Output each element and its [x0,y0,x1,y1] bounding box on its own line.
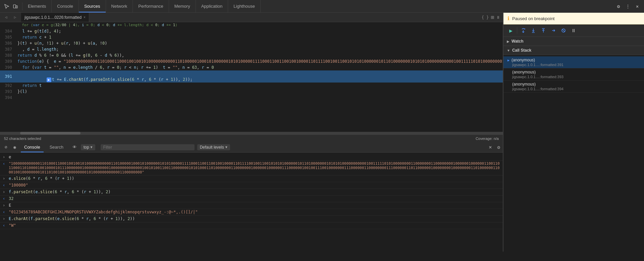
console-result-arrow3: ‹ [3,196,7,201]
call-stack-item-0[interactable]: ▶ (anonymous) jigsawpc.1.0.1....:formatt… [503,56,644,68]
more-options-icon[interactable]: ⋮ [624,2,632,10]
deactivate-breakpoints-button[interactable] [559,27,568,35]
console-tab-search[interactable]: Search [46,142,67,152]
top-dropdown-icon[interactable]: ▼ [91,145,93,149]
paused-text: Paused on breakpoint [512,16,554,21]
resume-button[interactable]: ▶ [507,27,515,35]
console-entry-charat-result[interactable]: ‹ "W" [0,222,503,229]
file-tab-jigsawpc[interactable]: jigsawpc.1.0.1....0226:formatted × [21,13,89,22]
call-stack-item-2[interactable]: (anonymous) jigsawpc.1.0.1....:formatted… [503,81,644,93]
file-tab-icons: ◁ ▷ [0,13,21,21]
coverage-status: Coverage: n/a [476,137,499,141]
console-entry-e-result[interactable]: ‹ "1000000000000110100011000100100101000… [0,161,503,175]
tab-sources[interactable]: Sources [79,0,106,12]
console-entry-charat[interactable]: › E.charAt(f.parseInt(e.slice(6 * r, 6 *… [0,216,503,222]
toolbar-right: ⚙ ⋮ × [612,2,644,10]
console-clear-icon[interactable]: ⊘ [3,144,9,151]
file-tab-close[interactable]: × [84,15,86,19]
call-stack-loc-2: jigsawpc.1.0.1....:formatted:394 [507,87,640,91]
console-filter-input[interactable] [101,144,195,150]
console-expand-charat[interactable]: › [3,216,7,221]
step-into-button[interactable] [529,27,537,35]
scrollbar-thumb[interactable] [20,132,80,135]
top-context: top [84,145,89,150]
code-panel: ◁ ▷ jigsawpc.1.0.1....0226:formatted × {… [0,13,503,252]
tab-performance[interactable]: Performance [133,0,169,12]
console-entry-E-result[interactable]: ‹ "0123456789ABCDEFGHIJKLMNOPQRSTUVWXYZa… [0,209,503,216]
file-tab-bar: ◁ ▷ jigsawpc.1.0.1....0226:formatted × {… [0,13,503,22]
code-line-392: 392 return t [0,83,503,89]
console-settings-icon[interactable]: ⚙ [497,145,500,150]
top-toolbar: Elements Console Sources Network Perform… [0,0,644,13]
console-expand-parseint[interactable]: › [3,190,7,194]
tab-network[interactable]: Network [106,0,133,12]
call-stack-func-1: (anonymous) [507,70,640,74]
console-entry-parseint[interactable]: › f.parseInt(e.slice(6 * r, 6 * (r + 1))… [0,189,503,196]
right-panel: ℹ Paused on breakpoint ▶ ⏸ [503,13,644,252]
tab-memory[interactable]: Memory [169,0,196,12]
code-lines: for (var e = g(32/00 | 4), i = 0; d < 0;… [0,22,503,101]
console-entry-eslice[interactable]: › e.slice(6 * r, 6 * (r + 1)) [0,175,503,182]
call-stack-name-1: (anonymous) [507,70,536,74]
console-close-button[interactable]: × [486,144,495,150]
call-stack-item-1[interactable]: (anonymous) jigsawpc.1.0.1....:formatted… [503,68,644,81]
tab-lighthouse[interactable]: Lighthouse [228,0,261,12]
call-stack-loc-0: jigsawpc.1.0.1....:formatted:391 [507,63,640,67]
file-tab-name: jigsawpc.1.0.1....0226:formatted [24,15,82,20]
console-entry-e[interactable]: › e [0,154,503,161]
step-over-button[interactable] [519,27,527,35]
code-line-391: 391 ▶t += E.charAt(f.parseInt(e.slice(6 … [0,70,503,83]
console-result-arrow: ‹ [3,161,7,166]
console-expand-eslice[interactable]: › [3,176,7,181]
toolbar-left-icons [0,2,22,10]
inspect-icon[interactable] [3,2,11,10]
watch-section-header[interactable]: ▶ Watch [503,37,644,46]
code-line-389: 389 function(e) { e = "10000000000001101… [0,58,503,64]
format-icon[interactable]: { } [482,15,489,20]
console-result-arrow5: ‹ [3,223,7,228]
call-stack-name-0: (anonymous) [512,58,535,62]
sources-nav-left[interactable]: ◁ [2,13,10,21]
tab-elements[interactable]: Elements [22,0,52,12]
step-out-button[interactable] [539,27,547,35]
console-entry-parseint-result[interactable]: ‹ 32 [0,196,503,202]
default-levels-arrow: ▼ [225,145,227,149]
watch-label: Watch [512,39,524,44]
console-result-arrow2: ‹ [3,183,7,188]
pause-script-icon[interactable]: ⏸ [496,15,500,20]
close-devtools-icon[interactable]: × [633,2,641,10]
code-line-394: 394 [0,95,503,101]
call-stack-loc-1: jigsawpc.1.0.1....:formatted:393 [507,75,640,79]
console-panel: ⊘ ◉ Console Search 👁 top ▼ Default level… [0,142,503,252]
console-entry-eslice-result[interactable]: ‹ "100000" [0,182,503,189]
console-tab-console[interactable]: Console [21,142,44,152]
console-result-arrow4: ‹ [3,210,7,214]
code-line-384: 384 l += g(t[d], 4); [0,28,503,34]
console-expand-arrow[interactable]: › [3,155,7,159]
console-expand-E[interactable]: › [3,203,7,208]
pause-exceptions-button[interactable]: ⏸ [570,27,578,35]
file-tab-right: { } ⊞ ⏸ [479,14,503,20]
call-stack-func-2: (anonymous) [507,82,640,87]
step-button[interactable] [549,27,557,35]
svg-rect-1 [16,6,17,8]
paused-banner: ℹ Paused on breakpoint [503,13,644,24]
tab-bar: Elements Console Sources Network Perform… [22,0,612,12]
default-levels-dropdown[interactable]: Default levels ▼ [197,144,230,150]
sources-nav-right[interactable]: ▷ [11,13,19,21]
call-stack-func-0: ▶ (anonymous) [507,58,640,62]
code-line-390: 390 for (var t = "", n = e.length / 6, r… [0,64,503,70]
console-eye-icon[interactable]: 👁 [71,144,78,151]
horizontal-scrollbar[interactable] [0,132,503,135]
console-stop-icon[interactable]: ◉ [11,144,18,151]
settings-icon[interactable]: ⚙ [614,2,623,10]
console-toolbar: ⊘ ◉ Console Search 👁 top ▼ Default level… [0,142,503,153]
default-levels-label: Default levels [200,145,224,150]
code-editor[interactable]: for (var e = g(32/00 | 4), i = 0; d < 0;… [0,22,503,132]
tab-console[interactable]: Console [52,0,79,12]
pin-icon[interactable]: ⊞ [491,14,494,20]
console-entry-E[interactable]: › E [0,202,503,209]
call-stack-section-header[interactable]: ▼ Call Stack [503,46,644,55]
device-toggle-icon[interactable] [11,2,19,10]
tab-application[interactable]: Application [196,0,228,12]
